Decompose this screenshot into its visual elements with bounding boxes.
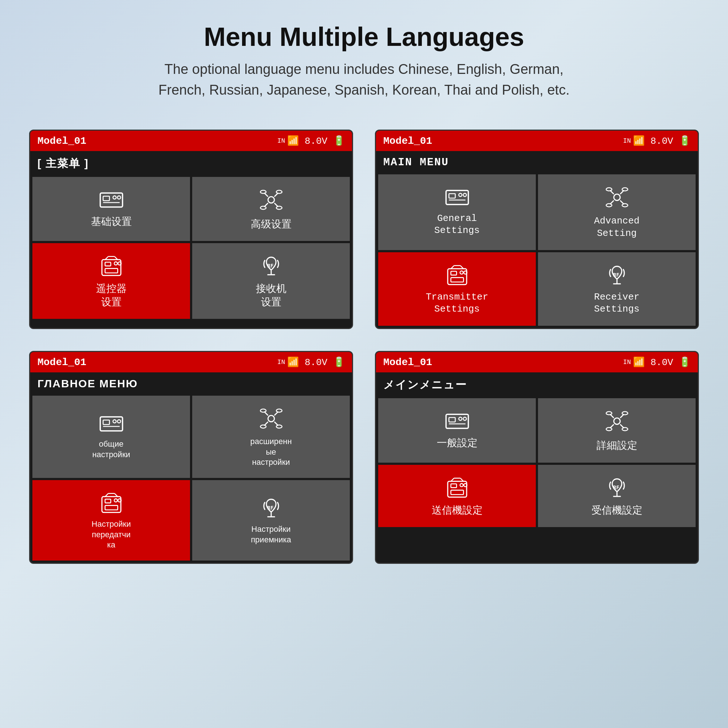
svg-point-16 — [114, 262, 117, 265]
screen-status: IN📶 8.0V 🔋 — [623, 356, 691, 368]
svg-text:RF: RF — [613, 272, 619, 277]
screen-model: Model_01 — [37, 357, 86, 368]
screen-header: Model_01IN📶 8.0V 🔋 — [376, 352, 698, 372]
icon-drone — [258, 406, 284, 433]
menu-item-1[interactable]: 高级设置 — [192, 177, 350, 241]
screen-header: Model_01IN📶 8.0V 🔋 — [30, 131, 352, 151]
svg-point-80 — [614, 418, 620, 424]
menu-item-0[interactable]: 一般設定 — [378, 398, 536, 462]
menu-grid: 一般設定 詳細設定 送信機設定 RF 受信機設定 — [376, 396, 698, 529]
svg-point-13 — [276, 206, 282, 210]
svg-point-77 — [459, 417, 462, 421]
svg-rect-65 — [105, 499, 111, 503]
icon-transmitter-unit — [444, 411, 470, 433]
svg-point-67 — [118, 499, 121, 502]
svg-rect-1 — [103, 196, 110, 200]
menu-item-3[interactable]: RF ReceiverSettings — [538, 252, 696, 326]
menu-title: MAIN MENU — [376, 151, 698, 172]
screen-status: IN📶 8.0V 🔋 — [277, 135, 345, 147]
screen-chinese: Model_01IN📶 8.0V 🔋[ 主菜单 ] 基础设置 高级设置 遥控器设… — [29, 130, 353, 329]
svg-rect-51 — [103, 420, 110, 424]
icon-rf: RF — [604, 475, 630, 500]
menu-item-0[interactable]: 基础设置 — [32, 177, 190, 241]
icon-drone — [258, 187, 284, 214]
icon-rf: RF — [258, 253, 284, 278]
svg-rect-90 — [451, 484, 456, 487]
svg-rect-93 — [451, 490, 463, 494]
menu-item-label: 受信機設定 — [592, 504, 642, 517]
menu-item-label: 送信機設定 — [432, 504, 483, 517]
svg-point-27 — [459, 193, 462, 197]
menu-item-label: AdvancedSetting — [594, 215, 639, 240]
svg-point-2 — [113, 196, 116, 199]
screen-english: Model_01IN📶 8.0V 🔋MAIN MENU GeneralSetti… — [375, 130, 699, 329]
screen-status: IN📶 8.0V 🔋 — [623, 135, 691, 147]
menu-title: メインメニュー — [376, 372, 698, 396]
svg-rect-40 — [451, 271, 456, 275]
screen-model: Model_01 — [383, 135, 432, 147]
svg-point-37 — [606, 204, 612, 207]
menu-item-1[interactable]: 詳細設定 — [538, 398, 696, 462]
icon-tx — [444, 262, 470, 288]
icon-tx — [444, 475, 470, 500]
svg-point-36 — [622, 188, 628, 191]
svg-point-60 — [260, 409, 266, 412]
screen-model: Model_01 — [37, 135, 86, 147]
menu-item-3[interactable]: RF 受信機設定 — [538, 465, 696, 527]
menu-item-label: 一般設定 — [437, 436, 477, 450]
svg-rect-76 — [449, 418, 455, 422]
menu-item-3[interactable]: RF Настройкиприемника — [192, 480, 350, 561]
menu-item-2[interactable]: 遥控器设置 — [32, 243, 190, 319]
svg-point-66 — [114, 499, 117, 502]
svg-point-30 — [614, 194, 620, 200]
menu-item-1[interactable]: расширенныенастройки — [192, 396, 350, 478]
svg-point-41 — [460, 271, 463, 274]
icon-transmitter-unit — [444, 187, 470, 209]
menu-item-label: общиенастройки — [92, 439, 130, 460]
menu-item-label: 基础设置 — [91, 215, 132, 228]
svg-point-63 — [276, 425, 282, 428]
icon-tx — [99, 253, 124, 278]
menu-item-0[interactable]: GeneralSettings — [378, 174, 536, 250]
svg-point-12 — [260, 206, 266, 210]
icon-tx — [99, 490, 124, 515]
svg-point-85 — [606, 412, 612, 415]
menu-item-label: 遥控器设置 — [96, 282, 127, 309]
icon-drone — [604, 408, 630, 435]
screen-status: IN📶 8.0V 🔋 — [277, 356, 345, 368]
menu-item-0[interactable]: общиенастройки — [32, 396, 190, 478]
page-subtitle: The optional language menu includes Chin… — [158, 59, 569, 101]
svg-point-28 — [463, 193, 466, 197]
menu-grid: GeneralSettings AdvancedSetting Transmit… — [376, 172, 698, 328]
menu-grid: общиенастройки расширенныенастройки Наст… — [30, 393, 352, 563]
menu-grid: 基础设置 高级设置 遥控器设置 RF 接收机设置 — [30, 175, 352, 321]
screen-header: Model_01IN📶 8.0V 🔋 — [30, 352, 352, 372]
menu-item-label: ReceiverSettings — [594, 291, 639, 316]
svg-rect-68 — [105, 506, 118, 510]
menu-item-2[interactable]: Настройкипередатчика — [32, 480, 190, 561]
svg-point-88 — [622, 428, 628, 431]
svg-rect-43 — [451, 277, 463, 282]
svg-point-87 — [606, 428, 612, 431]
menu-item-2[interactable]: TransmitterSettings — [378, 252, 536, 326]
menu-item-3[interactable]: RF 接收机设置 — [192, 243, 350, 319]
menu-item-label: 接收机设置 — [256, 282, 286, 309]
svg-point-3 — [117, 196, 121, 199]
svg-rect-26 — [449, 194, 455, 198]
menu-title: [ 主菜单 ] — [30, 151, 352, 175]
svg-rect-18 — [105, 269, 118, 273]
menu-item-label: 高级设置 — [251, 218, 292, 231]
svg-text:RF: RF — [267, 505, 273, 511]
svg-point-38 — [622, 204, 628, 207]
svg-rect-15 — [105, 262, 111, 266]
svg-point-53 — [117, 420, 121, 423]
menu-item-1[interactable]: AdvancedSetting — [538, 174, 696, 250]
menu-item-2[interactable]: 送信機設定 — [378, 465, 536, 527]
icon-drone — [604, 185, 630, 211]
screen-japanese: Model_01IN📶 8.0V 🔋メインメニュー 一般設定 詳細設定 送信機設… — [375, 351, 699, 564]
page-title: Menu Multiple Languages — [204, 22, 524, 52]
icon-transmitter-unit — [99, 414, 124, 435]
svg-point-86 — [622, 412, 628, 415]
menu-item-label: Настройкипередатчика — [92, 519, 131, 551]
icon-rf: RF — [604, 262, 630, 288]
